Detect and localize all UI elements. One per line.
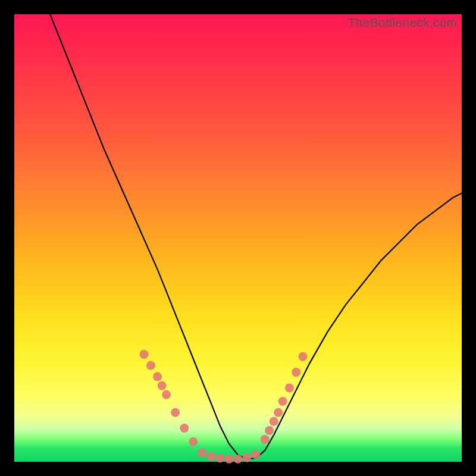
dot <box>146 361 155 370</box>
plot-area: TheBottleneck.com <box>14 14 462 462</box>
dot <box>215 454 224 463</box>
dot <box>261 435 270 444</box>
dot <box>158 381 167 390</box>
dot <box>278 397 287 406</box>
highlight-dots <box>140 350 308 464</box>
dot <box>153 372 162 381</box>
dot <box>285 383 294 392</box>
dot <box>265 426 274 435</box>
dot <box>243 453 252 462</box>
curve-layer <box>14 14 462 462</box>
dot <box>274 408 283 417</box>
dot <box>234 455 243 464</box>
dot <box>225 455 234 464</box>
dot <box>270 417 278 426</box>
dot <box>198 449 206 458</box>
dot <box>206 452 215 461</box>
dot <box>299 352 308 361</box>
bottleneck-curve-path <box>50 14 462 459</box>
dot <box>171 408 180 417</box>
chart-frame: TheBottleneck.com <box>0 0 476 476</box>
dot <box>292 368 300 377</box>
dot <box>180 424 189 433</box>
dot <box>252 450 261 459</box>
dot <box>140 350 149 359</box>
dot <box>189 437 198 446</box>
dot <box>162 390 171 399</box>
